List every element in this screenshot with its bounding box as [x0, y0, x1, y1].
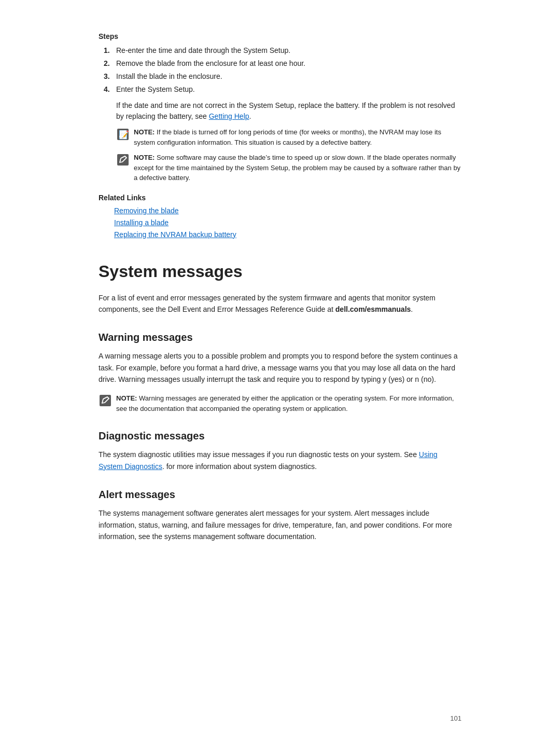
note-2-label: NOTE: — [134, 154, 155, 161]
steps-label: Steps — [99, 31, 461, 42]
note-box-2: NOTE: Some software may cause the blade’… — [116, 153, 461, 183]
intro-suffix: . — [411, 305, 413, 313]
diagnostic-text-after: . for more information about system diag… — [162, 462, 317, 471]
steps-section: Steps 1. Re-enter the time and date thro… — [99, 31, 461, 240]
page-content: Steps 1. Re-enter the time and date thro… — [57, 0, 503, 744]
note-2-text: NOTE: Some software may cause the blade’… — [134, 153, 461, 183]
removing-blade-link[interactable]: Removing the blade — [114, 206, 179, 215]
warning-note-text: NOTE: Warning messages are generated by … — [116, 393, 461, 414]
step-2-num: 2. — [104, 58, 116, 69]
step-4-extra-text: If the date and time are not correct in … — [116, 101, 455, 120]
note-1-text: NOTE: If the blade is turned off for lon… — [134, 127, 461, 147]
step-1-text: Re-enter the time and date through the S… — [116, 45, 461, 56]
warning-heading: Warning messages — [99, 329, 461, 345]
step-3-num: 3. — [104, 71, 116, 82]
note-2-body: Some software may cause the blade’s time… — [134, 154, 460, 182]
related-links-list: Removing the blade Installing a blade Re… — [114, 205, 461, 240]
related-links-section: Related Links Removing the blade Install… — [99, 192, 461, 240]
alert-paragraph: The systems management software generate… — [99, 507, 461, 542]
getting-help-link[interactable]: Getting Help — [209, 112, 249, 120]
warning-note-body: Warning messages are generated by either… — [116, 394, 454, 412]
intro-paragraph: For a list of event and error messages g… — [99, 292, 461, 315]
main-heading: System messages — [99, 259, 461, 284]
step-4-text: Enter the System Setup. — [116, 84, 461, 95]
svg-rect-7 — [117, 154, 129, 166]
step-1: 1. Re-enter the time and date through th… — [99, 45, 461, 56]
related-link-3: Replacing the NVRAM backup battery — [114, 229, 461, 240]
dell-website: dell.com/esmmanuals — [335, 305, 411, 313]
svg-rect-13 — [100, 395, 111, 406]
related-link-2: Installing a blade — [114, 217, 461, 228]
page-number: 101 — [450, 713, 461, 724]
warning-note-label: NOTE: — [116, 394, 137, 402]
step-2: 2. Remove the blade from the enclosure f… — [99, 58, 461, 69]
using-system-diagnostics-link-1[interactable]: Using — [419, 450, 438, 459]
step-2-text: Remove the blade from the enclosure for … — [116, 58, 461, 69]
warning-note-icon — [99, 394, 112, 407]
note-1-body: If the blade is turned off for long peri… — [134, 128, 441, 146]
step-3: 3. Install the blade in the enclosure. — [99, 71, 461, 82]
related-link-1: Removing the blade — [114, 205, 461, 216]
warning-paragraph: A warning message alerts you to a possib… — [99, 350, 461, 385]
related-links-label: Related Links — [99, 192, 461, 203]
note-icon-2 — [116, 153, 130, 167]
step-4: 4. Enter the System Setup. — [99, 84, 461, 95]
diagnostic-heading: Diagnostic messages — [99, 428, 461, 444]
step-4-extra: If the date and time are not correct in … — [99, 100, 461, 122]
installing-blade-link[interactable]: Installing a blade — [114, 218, 169, 227]
system-messages-section: System messages For a list of event and … — [99, 259, 461, 543]
warning-note-box: NOTE: Warning messages are generated by … — [99, 393, 461, 414]
alert-heading: Alert messages — [99, 487, 461, 502]
step-4-num: 4. — [104, 84, 116, 95]
diagnostic-text-before: The system diagnostic utilities may issu… — [99, 450, 419, 459]
using-system-diagnostics-link-2[interactable]: System Diagnostics — [99, 462, 162, 471]
replacing-nvram-link[interactable]: Replacing the NVRAM backup battery — [114, 230, 236, 239]
steps-list: 1. Re-enter the time and date through th… — [99, 45, 461, 95]
note-1-label: NOTE: — [134, 128, 155, 136]
note-box-1: 📝 NOTE: If the blade is turned off for l… — [116, 127, 461, 147]
step-1-num: 1. — [104, 45, 116, 56]
step-3-text: Install the blade in the enclosure. — [116, 71, 461, 82]
step-4-period: . — [249, 112, 251, 120]
diagnostic-paragraph: The system diagnostic utilities may issu… — [99, 449, 461, 472]
note-icon-1: 📝 — [116, 128, 130, 141]
